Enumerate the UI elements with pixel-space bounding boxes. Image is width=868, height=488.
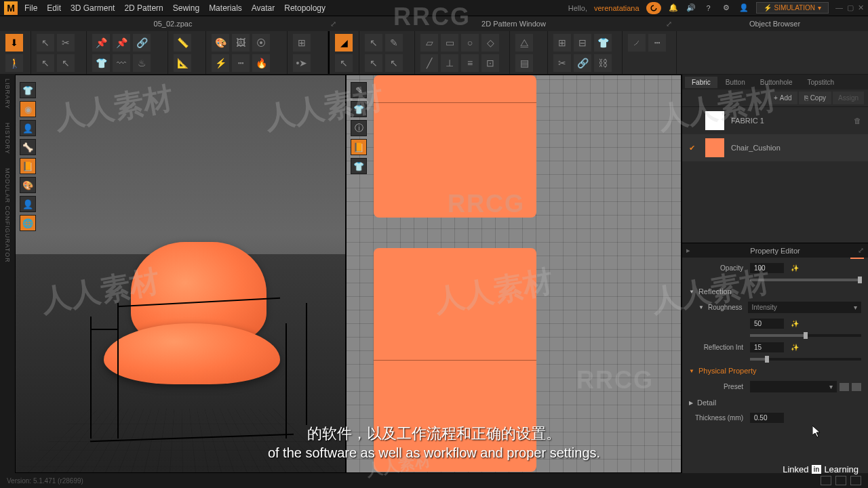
roughness-mode-dropdown[interactable]: Intensity▾ <box>748 302 861 313</box>
lasso-tool[interactable]: ↖ <box>37 54 54 72</box>
texture-2d-tool[interactable]: 👕 <box>594 34 612 52</box>
attach-tool[interactable]: 🔗 <box>133 34 151 52</box>
roughness-slider[interactable] <box>750 334 861 337</box>
save-folder-icon[interactable] <box>852 383 861 391</box>
notification-icon[interactable]: 🔔 <box>668 3 679 14</box>
fold-tool[interactable]: 〰 <box>113 54 130 72</box>
avatar-walk-tool[interactable]: 🚶 <box>5 54 23 72</box>
2d-pattern-icon[interactable]: 👕 <box>351 158 367 174</box>
show-bones-icon[interactable]: 🦴 <box>20 139 36 155</box>
avatar-display-icon[interactable]: 👤 <box>20 120 36 136</box>
volume-icon[interactable]: 🔊 <box>686 3 696 14</box>
pattern-piece-2[interactable] <box>374 248 536 472</box>
menu-edit[interactable]: Edit <box>47 3 61 13</box>
surface-display-icon[interactable]: ◉ <box>20 101 36 117</box>
user-name[interactable]: verenatatiana <box>594 4 639 12</box>
avatar-icon[interactable]: 👤 <box>738 3 749 14</box>
measure-tool[interactable]: 📏 <box>174 34 191 52</box>
symmetry-tool[interactable]: ⧋ <box>515 34 533 52</box>
3d-viewport[interactable]: 👕 ◉ 👤 🦴 📙 🎨 👤 🌐 <box>15 75 346 473</box>
annotation-tool[interactable]: ┅ <box>648 34 666 52</box>
fabric-item-2[interactable]: ✔ Chair_Cushion <box>682 134 868 161</box>
2d-shirt-icon[interactable]: 👕 <box>351 101 367 117</box>
history-tab[interactable]: HISTORY <box>4 123 11 155</box>
tack-tool[interactable]: 📌 <box>113 34 130 52</box>
expand-icon[interactable]: ⤢ <box>666 20 672 28</box>
roughness-input[interactable] <box>750 319 784 329</box>
edit-curve-tool[interactable]: ↖ <box>365 34 382 52</box>
open-folder-icon[interactable] <box>840 383 849 391</box>
skin-icon[interactable]: 👤 <box>20 196 36 212</box>
close-icon[interactable]: ✕ <box>858 3 864 12</box>
physical-property-section[interactable]: ▼Physical Property <box>689 363 861 378</box>
polygon-tool[interactable]: ▱ <box>420 34 438 52</box>
library-tab[interactable]: LIBRARY <box>4 79 11 109</box>
edit-pattern-tool[interactable]: ◢ <box>335 34 353 52</box>
fabric-item-1[interactable]: FABRIC 1 🗑 <box>682 107 868 134</box>
menu-2d-pattern[interactable]: 2D Pattern <box>124 3 163 13</box>
steam-tool[interactable]: ♨ <box>133 54 151 72</box>
grid-tool[interactable]: ⊞ <box>553 34 571 52</box>
sewing-tool[interactable]: ✂ <box>553 54 571 72</box>
menu-avatar[interactable]: Avatar <box>252 3 275 13</box>
texture-display-icon[interactable]: 📙 <box>20 158 36 174</box>
help-icon[interactable]: ? <box>703 3 714 14</box>
simulation-button[interactable]: ⚡ SIMULATION ▾ <box>756 2 829 14</box>
tape-tool[interactable]: 📐 <box>174 54 191 72</box>
graphic-tool[interactable]: 🖼 <box>232 34 250 52</box>
seam-tool[interactable]: ≡ <box>461 54 479 72</box>
link-sewing-tool[interactable]: 🔗 <box>574 54 591 72</box>
garment-display-icon[interactable]: 👕 <box>20 82 36 98</box>
opacity-slider[interactable] <box>750 279 861 281</box>
select-mesh-tool[interactable]: ✂ <box>57 34 75 52</box>
view-mode-1-icon[interactable] <box>821 476 831 485</box>
environment-icon[interactable]: 🌐 <box>20 215 36 231</box>
point-tool[interactable]: •➤ <box>293 54 311 72</box>
minimize-icon[interactable]: — <box>835 3 843 12</box>
render-icon[interactable]: 🎨 <box>20 177 36 193</box>
buttonhole-tab[interactable]: Buttonhole <box>753 77 800 88</box>
topstitch-tab[interactable]: Topstitch <box>801 77 841 88</box>
add-button[interactable]: + Add <box>768 92 797 104</box>
assign-button[interactable]: Assign <box>833 92 864 104</box>
delete-icon[interactable]: 🗑 <box>854 117 861 125</box>
expand-icon[interactable]: ⤢ <box>858 246 864 255</box>
arrange-tool[interactable]: ⊞ <box>293 34 311 52</box>
settings-icon[interactable]: ⚙ <box>721 3 732 14</box>
iron-tool[interactable]: 🔥 <box>252 54 270 72</box>
detail-section[interactable]: ▶Detail <box>689 395 861 410</box>
reflection-section[interactable]: ▼Reflection <box>689 284 861 299</box>
reflection-int-slider[interactable] <box>750 358 861 361</box>
opacity-input[interactable] <box>750 263 784 273</box>
circle-tool[interactable]: ○ <box>461 34 479 52</box>
align-tool[interactable]: ⊟ <box>574 34 591 52</box>
reset-icon[interactable]: ✨ <box>791 320 799 327</box>
notch-tool[interactable]: ⊥ <box>441 54 458 72</box>
view-mode-3-icon[interactable] <box>850 476 861 485</box>
button-tab[interactable]: Button <box>719 77 752 88</box>
preset-dropdown[interactable]: ▾ <box>750 381 837 392</box>
copy-button[interactable]: ⎘ Copy <box>799 92 831 104</box>
reset-icon[interactable]: ✨ <box>791 264 799 272</box>
sync-icon[interactable] <box>646 2 661 14</box>
menu-file[interactable]: File <box>24 3 37 13</box>
reflection-int-input[interactable] <box>750 342 784 352</box>
topstitch-tool[interactable]: ┅ <box>232 54 250 72</box>
expand-icon[interactable]: ⤢ <box>330 20 336 28</box>
edit-point-tool[interactable]: ↖ <box>365 54 382 72</box>
pin-tool[interactable]: 📌 <box>92 34 110 52</box>
menu-3d-garment[interactable]: 3D Garment <box>71 3 115 13</box>
transform-tool[interactable]: ↖ <box>335 54 353 72</box>
zipper-tool[interactable]: ⚡ <box>212 54 229 72</box>
collapse-arrow-icon[interactable]: ▸ <box>686 246 690 255</box>
texture-tool[interactable]: 🎨 <box>212 34 229 52</box>
box-select-tool[interactable]: ↖ <box>57 54 75 72</box>
rectangle-tool[interactable]: ▭ <box>441 34 458 52</box>
ruler-2d-tool[interactable]: ⟋ <box>628 34 646 52</box>
object-browser-tab[interactable]: Object Browser <box>682 20 868 28</box>
modular-tab[interactable]: MODULAR CONFIGURATOR <box>4 168 11 263</box>
dart-tool[interactable]: ◇ <box>481 34 499 52</box>
file-tab[interactable]: 05_02.zpac ⤢ <box>0 20 346 28</box>
curve-point-tool[interactable]: ↖ <box>385 54 403 72</box>
internal-line-tool[interactable]: ╱ <box>420 54 438 72</box>
